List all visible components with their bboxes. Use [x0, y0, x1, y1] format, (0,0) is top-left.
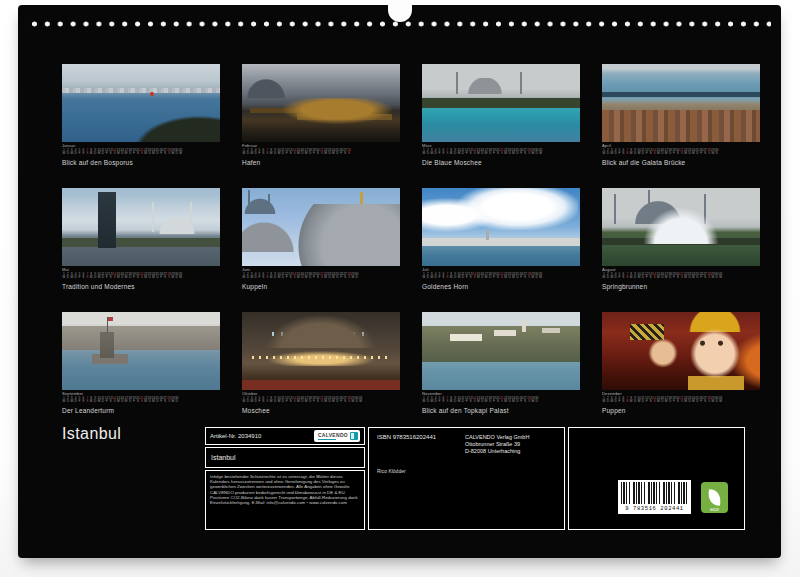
- photo-springbrunnen: [602, 188, 760, 266]
- photo-blick-auf-den-topkapi-palast: [422, 312, 580, 390]
- mini-month-calendar: September 1M2D3M4D5F6S7S8M9D10M11D12F13S…: [62, 392, 220, 404]
- calendar-month-cell: September 1M2D3M4D5F6S7S8M9D10M11D12F13S…: [62, 312, 220, 416]
- calendar-month-cell: August 1M2D3M4D5F6S7S8M9D10M11D12F13S14S…: [602, 188, 760, 292]
- eco-label: eco: [710, 506, 719, 512]
- month-thumbnail-grid: Januar 1M2D3M4D5F6S7S8M9D10M11D12F13S14S…: [62, 64, 760, 416]
- eco-badge: eco: [701, 482, 728, 513]
- photo-caption: Blick auf die Galata Brücke: [602, 159, 760, 166]
- calendar-month-cell: Mai 1M2D3M4D5F6S7S8M9D10M11D12F13S14S15M…: [62, 188, 220, 292]
- photo-caption: Goldenes Horn: [422, 283, 580, 290]
- calendar-month-cell: Juli 1M2D3M4D5F6S7S8M9D10M11D12F13S14S15…: [422, 188, 580, 292]
- photo-caption: Springbrunnen: [602, 283, 760, 290]
- photo-caption: Der Leanderturm: [62, 407, 220, 414]
- mini-month-calendar: Juni 1M2D3M4D5F6S7S8M9D10M11D12F13S14S15…: [242, 268, 400, 280]
- photo-caption: Kuppeln: [242, 283, 400, 290]
- mini-month-calendar: April 1M2D3M4D5F6S7S8M9D10M11D12F13S14S1…: [602, 144, 760, 156]
- calendar-month-cell: Januar 1M2D3M4D5F6S7S8M9D10M11D12F13S14S…: [62, 64, 220, 168]
- product-title: Istanbul: [205, 447, 365, 468]
- photo-blick-auf-die-galata-bruecke: [602, 64, 760, 142]
- calvendo-logo: CALVENDO: [314, 430, 360, 442]
- mini-month-calendar: August 1M2D3M4D5F6S7S8M9D10M11D12F13S14S…: [602, 268, 760, 280]
- mini-month-days: 1M2D3M4D5F6S7S8M9D10M11D12F13S14S15M16D1…: [422, 397, 580, 404]
- publisher-city: D-82008 Unterhaching: [465, 448, 529, 455]
- photo-puppen: [602, 312, 760, 390]
- mini-month-days: 1M2D3M4D5F6S7S8M9D10M11D12F13S14S15M16D1…: [602, 149, 760, 156]
- calendar-back-cover: Januar 1M2D3M4D5F6S7S8M9D10M11D12F13S14S…: [18, 5, 781, 558]
- photo-caption: Hafen: [242, 159, 400, 166]
- legal-text: Infolge bestehender Schutzrechte ist es …: [205, 470, 365, 530]
- publisher-info-box: ISBN 9783516202441 CALVENDO Verlag GmbH …: [368, 427, 565, 530]
- publisher-address: CALVENDO Verlag GmbH Ottobrunner Straße …: [465, 434, 529, 454]
- product-photo-page: { "calendar": { "type": "wall-calendar-b…: [0, 0, 800, 577]
- calendar-month-cell: Juni 1M2D3M4D5F6S7S8M9D10M11D12F13S14S15…: [242, 188, 400, 292]
- calendar-month-cell: November 1M2D3M4D5F6S7S8M9D10M11D12F13S1…: [422, 312, 580, 416]
- mini-month-days: 1M2D3M4D5F6S7S8M9D10M11D12F13S14S15M16D1…: [62, 149, 220, 156]
- mini-month-days: 1M2D3M4D5F6S7S8M9D10M11D12F13S14S15M16D1…: [422, 273, 580, 280]
- mini-month-calendar: Januar 1M2D3M4D5F6S7S8M9D10M11D12F13S14S…: [62, 144, 220, 156]
- mini-month-calendar: März 1M2D3M4D5F6S7S8M9D10M11D12F13S14S15…: [422, 144, 580, 156]
- photo-caption: Die Blaue Moschee: [422, 159, 580, 166]
- mini-month-calendar: Oktober 1M2D3M4D5F6S7S8M9D10M11D12F13S14…: [242, 392, 400, 404]
- mini-month-calendar: Juli 1M2D3M4D5F6S7S8M9D10M11D12F13S14S15…: [422, 268, 580, 280]
- photo-caption: Moschee: [242, 407, 400, 414]
- mini-month-days: 1M2D3M4D5F6S7S8M9D10M11D12F13S14S15M16D1…: [62, 397, 220, 404]
- photo-blick-auf-den-bosporus: [62, 64, 220, 142]
- photo-kuppeln: [242, 188, 400, 266]
- photo-goldenes-horn: [422, 188, 580, 266]
- eco-leaf-icon: [707, 489, 722, 506]
- author-name: Rico Klödder: [377, 468, 556, 474]
- mini-month-days: 1M2D3M4D5F6S7S8M9D10M11D12F13S14S15M16D1…: [602, 397, 760, 404]
- calvendo-logo-icon: [350, 432, 358, 440]
- photo-caption: Blick auf den Topkapi Palast: [422, 407, 580, 414]
- calendar-month-cell: März 1M2D3M4D5F6S7S8M9D10M11D12F13S14S15…: [422, 64, 580, 168]
- calendar-month-cell: Februar 1M2D3M4D5F6S7S8M9D10M11D12F13S14…: [242, 64, 400, 168]
- photo-caption: Tradition und Modernes: [62, 283, 220, 290]
- barcode-number: 9 783516 202441: [621, 505, 688, 512]
- artikel-row: Artikel-Nr. 2034910 CALVENDO: [205, 427, 365, 445]
- mini-month-days: 1M2D3M4D5F6S7S8M9D10M11D12F13S14S15M16D1…: [242, 397, 400, 404]
- photo-hafen: [242, 64, 400, 142]
- photo-caption: Puppen: [602, 407, 760, 414]
- mini-month-calendar: Februar 1M2D3M4D5F6S7S8M9D10M11D12F13S14…: [242, 144, 400, 156]
- calvendo-logo-tagline: [318, 439, 336, 440]
- mini-month-calendar: Dezember 1M2D3M4D5F6S7S8M9D10M11D12F13S1…: [602, 392, 760, 404]
- photo-tradition-und-modernes: [62, 188, 220, 266]
- barcode-box: 9 783516 202441 eco: [568, 427, 745, 530]
- calendar-month-cell: Dezember 1M2D3M4D5F6S7S8M9D10M11D12F13S1…: [602, 312, 760, 416]
- mini-month-days: 1M2D3M4D5F6S7S8M9D10M11D12F13S14S15M16D1…: [242, 149, 400, 156]
- mini-month-calendar: November 1M2D3M4D5F6S7S8M9D10M11D12F13S1…: [422, 392, 580, 404]
- photo-caption: Blick auf den Bosporus: [62, 159, 220, 166]
- photo-moschee: [242, 312, 400, 390]
- ean-barcode: 9 783516 202441: [618, 480, 691, 514]
- mini-month-days: 1M2D3M4D5F6S7S8M9D10M11D12F13S14S15M16D1…: [422, 149, 580, 156]
- isbn-text: ISBN 9783516202441: [377, 434, 465, 454]
- product-info-box: Artikel-Nr. 2034910 CALVENDO Istanbul In…: [205, 427, 365, 530]
- photo-die-blaue-moschee: [422, 64, 580, 142]
- calvendo-logo-text: CALVENDO: [318, 432, 348, 438]
- mini-month-days: 1M2D3M4D5F6S7S8M9D10M11D12F13S14S15M16D1…: [602, 273, 760, 280]
- page-title: Istanbul: [62, 425, 121, 443]
- publisher-name: CALVENDO Verlag GmbH: [465, 434, 529, 441]
- mini-month-days: 1M2D3M4D5F6S7S8M9D10M11D12F13S14S15M16D1…: [242, 273, 400, 280]
- photo-der-leanderturm: [62, 312, 220, 390]
- calendar-month-cell: Oktober 1M2D3M4D5F6S7S8M9D10M11D12F13S14…: [242, 312, 400, 416]
- barcode-bars: [621, 482, 688, 504]
- mini-month-calendar: Mai 1M2D3M4D5F6S7S8M9D10M11D12F13S14S15M…: [62, 268, 220, 280]
- mini-month-days: 1M2D3M4D5F6S7S8M9D10M11D12F13S14S15M16D1…: [62, 273, 220, 280]
- calendar-month-cell: April 1M2D3M4D5F6S7S8M9D10M11D12F13S14S1…: [602, 64, 760, 168]
- artikel-number: Artikel-Nr. 2034910: [210, 433, 261, 439]
- publisher-street: Ottobrunner Straße 39: [465, 441, 529, 448]
